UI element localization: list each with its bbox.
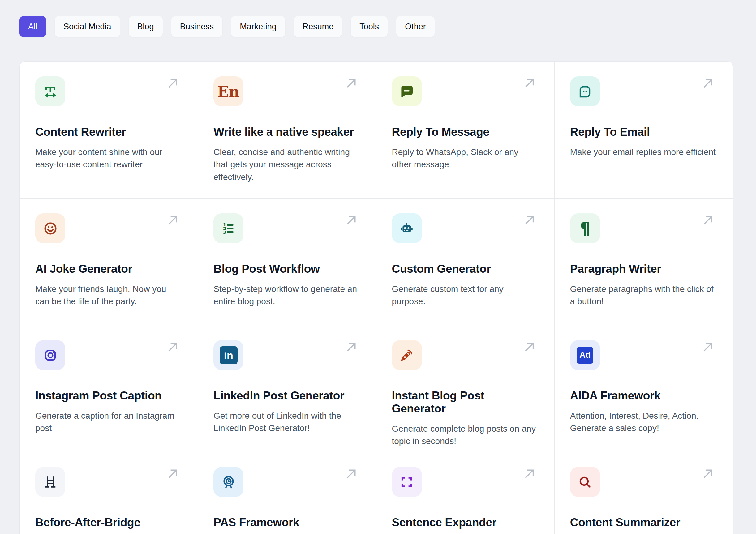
card-description: Clear, concise and authentic writing tha… [213,146,360,183]
card-title: Reply To Message [392,125,539,139]
card-description: Get more out of LinkedIn with the Linked… [213,410,360,435]
filter-button-tools[interactable]: Tools [351,16,388,37]
card-title: Instant Blog Post Generator [392,389,539,415]
pilcrow-icon: ¶ [570,213,600,243]
filter-button-marketing[interactable]: Marketing [231,16,285,37]
tools-grid: Content Rewriter Make your content shine… [19,61,733,534]
tool-card[interactable]: Reply To Message Reply to WhatsApp, Slac… [376,62,554,199]
expand-icon [392,467,422,497]
robot-icon [392,213,422,243]
card-title: Write like a native speaker [213,125,360,139]
card-description: Make your email replies more efficient [570,146,717,158]
card-title: AI Joke Generator [35,262,182,276]
tool-card[interactable]: Before-After-Bridge [20,452,198,534]
chat-face-icon [570,76,600,106]
text-width-icon [35,76,65,106]
card-title: Custom Generator [392,262,539,276]
filter-button-social-media[interactable]: Social Media [55,16,120,37]
filter-button-blog[interactable]: Blog [129,16,163,37]
open-arrow-icon[interactable] [522,339,538,355]
card-title: LinkedIn Post Generator [213,389,360,402]
tool-card[interactable]: 123 Blog Post Workflow Step-by-step work… [198,199,376,325]
english-text-icon: En [213,76,243,106]
open-arrow-icon[interactable] [700,339,716,355]
open-arrow-icon[interactable] [700,75,716,91]
card-title: Blog Post Workflow [213,262,360,276]
open-arrow-icon[interactable] [700,466,716,482]
card-description: Reply to WhatsApp, Slack or any other me… [392,146,539,171]
card-title: Content Summarizer [570,516,717,529]
filter-bar: AllSocial MediaBlogBusinessMarketingResu… [19,16,756,37]
open-arrow-icon[interactable] [165,212,181,228]
open-arrow-icon[interactable] [343,339,360,355]
pen-nib-signal-icon [392,340,422,370]
card-description: Make your friends laugh. Now you can be … [35,283,182,308]
tool-card[interactable]: ¶ Paragraph Writer Generate paragraphs w… [554,199,733,325]
tool-card[interactable]: Content Rewriter Make your content shine… [20,62,198,199]
card-description: Attention, Interest, Desire, Action. Gen… [570,410,717,435]
card-title: PAS Framework [213,516,360,529]
card-title: Instagram Post Caption [35,389,182,402]
filter-button-resume[interactable]: Resume [294,16,342,37]
target-stand-icon [213,467,243,497]
card-description: Generate custom text for any purpose. [392,283,539,308]
tool-card[interactable]: AI Joke Generator Make your friends laug… [20,199,198,325]
filter-button-business[interactable]: Business [171,16,223,37]
open-arrow-icon[interactable] [522,212,538,228]
linkedin-icon: in [213,340,243,370]
card-description: Generate a caption for an Instagram post [35,410,182,435]
card-title: Content Rewriter [35,125,182,139]
card-description: Step-by-step workflow to generate an ent… [213,283,360,308]
tool-card[interactable]: in LinkedIn Post Generator Get more out … [198,325,376,452]
message-dash-icon [392,76,422,106]
tool-card[interactable]: Reply To Email Make your email replies m… [554,62,733,199]
tool-card[interactable]: En Write like a native speaker Clear, co… [198,62,376,199]
card-description: Generate complete blog posts on any topi… [392,423,539,448]
tool-card[interactable]: PAS Framework [198,452,376,534]
card-description: Make your content shine with our easy-to… [35,146,182,171]
open-arrow-icon[interactable] [165,466,181,482]
filter-button-all[interactable]: All [19,16,46,37]
open-arrow-icon[interactable] [165,75,181,91]
tool-card[interactable]: Instagram Post Caption Generate a captio… [20,325,198,452]
instagram-icon [35,340,65,370]
card-title: Paragraph Writer [570,262,717,276]
open-arrow-icon[interactable] [343,212,360,228]
svg-text:3: 3 [223,229,226,234]
open-arrow-icon[interactable] [343,75,360,91]
tool-card[interactable]: Ad AIDA Framework Attention, Interest, D… [554,325,733,452]
open-arrow-icon[interactable] [700,212,716,228]
smiley-icon [35,213,65,243]
open-arrow-icon[interactable] [522,466,538,482]
tool-card[interactable]: Sentence Expander [376,452,554,534]
magnifier-icon [570,467,600,497]
card-title: Before-After-Bridge [35,516,182,529]
bridge-icon [35,467,65,497]
tool-card[interactable]: Custom Generator Generate custom text fo… [376,199,554,325]
tool-card[interactable]: Instant Blog Post Generator Generate com… [376,325,554,452]
filter-button-other[interactable]: Other [396,16,435,37]
card-title: Sentence Expander [392,516,539,529]
card-title: AIDA Framework [570,389,717,402]
open-arrow-icon[interactable] [343,466,360,482]
card-title: Reply To Email [570,125,717,139]
open-arrow-icon[interactable] [165,339,181,355]
ordered-list-icon: 123 [213,213,243,243]
open-arrow-icon[interactable] [522,75,538,91]
ad-badge-icon: Ad [570,340,600,370]
card-description: Generate paragraphs with the click of a … [570,283,717,308]
tool-card[interactable]: Content Summarizer [554,452,733,534]
